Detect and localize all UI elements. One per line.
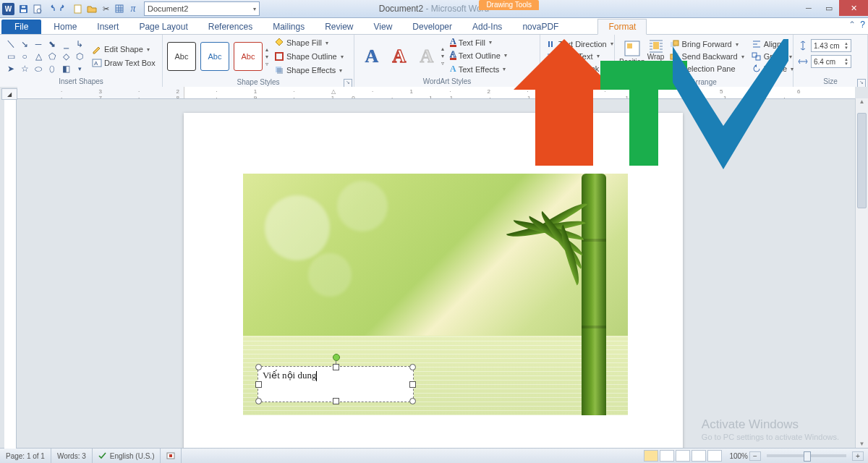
maximize-button[interactable]: ▭ xyxy=(819,0,839,16)
file-tab[interactable]: File xyxy=(1,20,41,34)
shape-outline-button[interactable]: Shape Outline▾ xyxy=(271,50,346,63)
zoom-slider[interactable] xyxy=(767,454,846,457)
status-page[interactable]: Page: 1 of 1 xyxy=(0,449,51,463)
vertical-scrollbar[interactable]: ▲ ▼ xyxy=(855,98,868,449)
wordart-preset-2[interactable]: A xyxy=(386,43,412,69)
redo-icon[interactable] xyxy=(58,2,71,15)
zoom-in-button[interactable]: + xyxy=(852,451,864,461)
minimize-button[interactable]: ─ xyxy=(799,0,819,16)
word-icon: W xyxy=(2,3,14,15)
tab-format[interactable]: Format xyxy=(597,19,647,35)
shapes-gallery[interactable]: ＼↘─⬊⎯↳ ▭○△⬠◇⬡ ➤☆⬭⬯◧▾ xyxy=(4,38,86,75)
open-icon[interactable] xyxy=(85,2,98,15)
create-link-button[interactable]: Create Link xyxy=(543,63,616,75)
tab-review[interactable]: Review xyxy=(315,20,363,34)
text-fill-button[interactable]: AText Fill▾ xyxy=(447,36,510,48)
cut-icon[interactable]: ✂ xyxy=(99,2,112,15)
view-print-layout[interactable] xyxy=(644,450,658,462)
edit-shape-button[interactable]: Edit Shape▾ xyxy=(89,43,158,56)
svg-text:A: A xyxy=(94,60,98,67)
tab-home[interactable]: Home xyxy=(43,20,87,34)
ruler-corner[interactable]: ◢ xyxy=(1,88,17,100)
table-icon[interactable] xyxy=(113,2,126,15)
resize-handle-s[interactable] xyxy=(333,398,339,404)
status-words[interactable]: Words: 3 xyxy=(51,449,93,463)
group-button[interactable]: Group▾ xyxy=(749,51,796,62)
group-text: Text Direction▾ Align Text▾ Create Link … xyxy=(540,35,615,88)
bring-forward-button[interactable]: Bring Forward▾ xyxy=(667,38,747,50)
text-direction-button[interactable]: Text Direction▾ xyxy=(543,38,616,50)
text-box[interactable]: Viết nội dung xyxy=(258,366,414,402)
tab-mailings[interactable]: Mailings xyxy=(263,20,315,34)
resize-handle-nw[interactable] xyxy=(255,364,262,370)
page: Viết nội dung xyxy=(184,113,683,460)
shape-fill-button[interactable]: Shape Fill▾ xyxy=(271,36,346,49)
svg-rect-1 xyxy=(21,9,26,12)
wordart-preset-1[interactable]: A xyxy=(359,43,385,69)
contextual-tab-header: Drawing Tools xyxy=(479,0,539,17)
svg-rect-16 xyxy=(673,41,678,46)
align-text-button[interactable]: Align Text▾ xyxy=(543,51,616,62)
ribbon-tabs: File Home Insert Page Layout References … xyxy=(0,18,868,35)
shape-width-input[interactable]: 6.4 cm▲▼ xyxy=(811,55,851,68)
tab-addins[interactable]: Add-Ins xyxy=(462,20,512,34)
horizontal-ruler[interactable]: · 3 · 2 · 1 · △ · 1 · 2 · 3 · 4 · 5 · 6 … xyxy=(17,87,855,99)
text-outline-button[interactable]: AText Outline▾ xyxy=(447,49,510,61)
zoom-level[interactable]: 100% xyxy=(729,452,748,460)
group-insert-shapes: ＼↘─⬊⎯↳ ▭○△⬠◇⬡ ➤☆⬭⬯◧▾ Edit Shape▾ ADraw T… xyxy=(0,35,163,88)
resize-handle-n[interactable] xyxy=(333,364,339,370)
view-full-screen[interactable] xyxy=(660,450,674,462)
status-macro[interactable] xyxy=(161,449,182,463)
rotate-handle[interactable] xyxy=(333,354,340,361)
tab-view[interactable]: View xyxy=(364,20,403,34)
view-outline[interactable] xyxy=(692,450,706,462)
shape-style-preset-1[interactable]: Abc xyxy=(167,42,196,71)
zoom-out-button[interactable]: − xyxy=(749,451,761,461)
shape-effects-button[interactable]: Shape Effects▾ xyxy=(271,64,346,77)
svg-rect-13 xyxy=(627,43,632,48)
scrollbar-thumb[interactable] xyxy=(857,113,867,208)
equation-icon[interactable]: π xyxy=(127,2,140,15)
activate-windows-watermark: Activate WindowsGo to PC settings to act… xyxy=(702,419,839,443)
resize-handle-e[interactable] xyxy=(409,381,416,388)
window-controls: ─ ▭ ✕ xyxy=(799,0,868,16)
resize-handle-se[interactable] xyxy=(409,398,416,404)
document-selector[interactable]: Document2▾ xyxy=(144,1,260,16)
vertical-ruler[interactable] xyxy=(4,100,17,449)
ribbon-minimize-icon[interactable]: ⌃ xyxy=(848,20,856,30)
resize-handle-ne[interactable] xyxy=(409,364,416,370)
tab-developer[interactable]: Developer xyxy=(402,20,462,34)
rotate-button[interactable]: Rotate▾ xyxy=(749,63,796,75)
text-effects-button[interactable]: AText Effects▾ xyxy=(447,62,510,76)
document-selector-value: Document2 xyxy=(148,4,188,13)
wrap-text-button[interactable]: Wrap Text▾ xyxy=(647,36,665,77)
new-doc-icon[interactable] xyxy=(72,2,85,15)
print-preview-icon[interactable] xyxy=(30,2,43,15)
resize-handle-w[interactable] xyxy=(255,381,262,388)
view-web-layout[interactable] xyxy=(676,450,690,462)
draw-text-box-button[interactable]: ADraw Text Box xyxy=(89,56,158,69)
resize-handle-sw[interactable] xyxy=(255,398,262,404)
shape-height-input[interactable]: 1.43 cm▲▼ xyxy=(811,39,851,52)
svg-rect-14 xyxy=(653,42,659,49)
undo-icon[interactable] xyxy=(44,2,57,15)
title-bar: W ✂ π Document2▾ Document2 - Microsoft W… xyxy=(0,0,868,18)
selection-pane-button[interactable]: Selection Pane xyxy=(667,63,747,75)
tab-insert[interactable]: Insert xyxy=(87,20,129,34)
wordart-preset-3[interactable]: A xyxy=(414,43,440,69)
tab-page-layout[interactable]: Page Layout xyxy=(129,20,197,34)
save-icon[interactable] xyxy=(17,2,30,15)
align-button[interactable]: Align▾ xyxy=(749,38,796,50)
status-language[interactable]: English (U.S.) xyxy=(93,449,161,463)
tab-novapdf[interactable]: novaPDF xyxy=(512,20,569,34)
shape-style-preset-3[interactable]: Abc xyxy=(234,42,263,71)
group-arrange: Position▾ Wrap Text▾ Bring Forward▾ Send… xyxy=(615,35,793,88)
help-icon[interactable]: ? xyxy=(860,20,865,30)
height-icon xyxy=(798,41,808,51)
close-button[interactable]: ✕ xyxy=(839,0,868,16)
position-button[interactable]: Position▾ xyxy=(619,36,645,77)
send-backward-button[interactable]: Send Backward▾ xyxy=(667,51,747,62)
tab-references[interactable]: References xyxy=(198,20,263,34)
view-draft[interactable] xyxy=(707,450,722,462)
shape-style-preset-2[interactable]: Abc xyxy=(200,42,229,71)
